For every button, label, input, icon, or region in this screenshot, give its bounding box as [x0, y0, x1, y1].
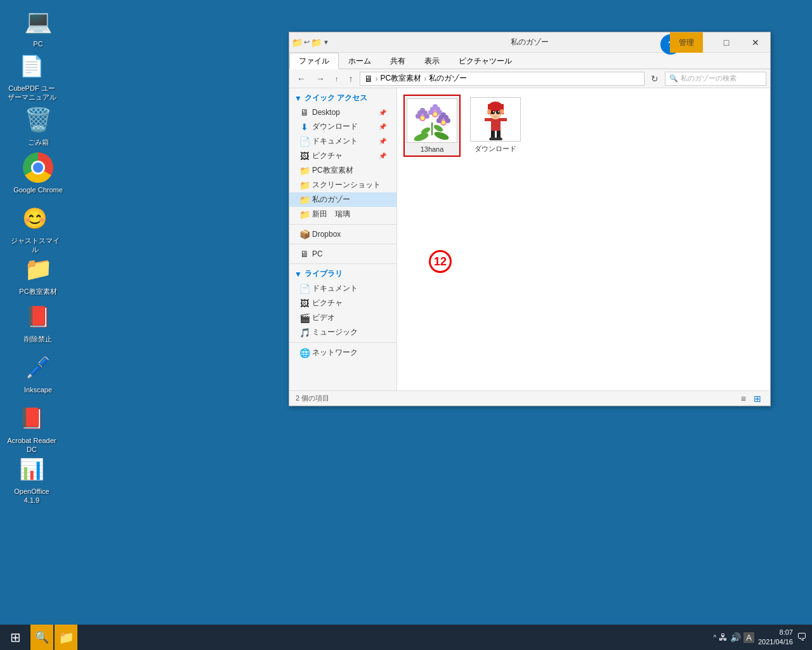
- address-part-1[interactable]: PC教室素材: [381, 73, 422, 84]
- address-separator-1: ›: [376, 74, 378, 83]
- desktop-icon-pc[interactable]: 💻 PC: [13, 6, 63, 48]
- forward-button[interactable]: →: [312, 72, 329, 85]
- maximize-button[interactable]: □: [712, 32, 741, 53]
- lib-music-icon: 🎵: [299, 328, 310, 338]
- desktop-icon-justsmile[interactable]: 😊 ジャストスマイル: [10, 203, 60, 255]
- anime-image: [481, 99, 510, 140]
- undo-icon[interactable]: ↩: [304, 38, 310, 46]
- list-view-button[interactable]: ≡: [738, 392, 749, 405]
- quick-access-header[interactable]: ▼ クイック アクセス: [289, 91, 396, 105]
- search-icon: 🔍: [669, 74, 678, 83]
- taskbar-search-button[interactable]: 🔍: [30, 625, 53, 650]
- desktop-icon-chrome[interactable]: Google Chrome: [13, 152, 63, 194]
- sidebar-item-nitta[interactable]: 📁 新田 瑞璃: [289, 207, 396, 222]
- tab-home[interactable]: ホーム: [339, 53, 381, 69]
- svg-point-34: [496, 110, 500, 114]
- refresh-button[interactable]: ↻: [647, 72, 662, 85]
- item-count: 2 個の項目: [296, 394, 329, 403]
- caret-icon[interactable]: ^: [714, 634, 717, 641]
- back-button[interactable]: ←: [293, 72, 310, 85]
- file-item-13hana[interactable]: 13hana: [403, 95, 461, 157]
- svg-point-36: [498, 111, 499, 112]
- sidebar-item-pc[interactable]: 🖥 PC: [289, 247, 396, 261]
- svg-rect-38: [501, 118, 507, 121]
- clock[interactable]: 8:07 2021/04/16: [758, 628, 793, 647]
- sidebar-item-lib-video[interactable]: 🎬 ビデオ: [289, 310, 396, 325]
- close-button[interactable]: ✕: [741, 32, 770, 53]
- pin-icon-3: 📌: [379, 138, 386, 145]
- sidebar-item-mygazo[interactable]: 📁 私のガゾー: [289, 192, 396, 207]
- tab-picture-tools[interactable]: ピクチャツール: [449, 53, 521, 69]
- address-bar[interactable]: 🖥 › PC教室素材 › 私のガゾー: [360, 72, 645, 86]
- sidebar-item-pictures[interactable]: 🖼 ピクチャ 📌: [289, 149, 396, 163]
- desktop-icon-delete-ng[interactable]: 📕 削除禁止: [13, 302, 63, 343]
- up-button[interactable]: ↑: [331, 74, 343, 84]
- pin-icon-4: 📌: [379, 152, 386, 159]
- address-part-2[interactable]: 私のガゾー: [429, 73, 467, 84]
- desktop-icon-inkscape[interactable]: 🖊️ Inkscape: [13, 352, 63, 394]
- sidebar-item-documents[interactable]: 📄 ドキュメント 📌: [289, 134, 396, 149]
- toolbar-row: ← → ↑ ↑ 🖥 › PC教室素材 › 私のガゾー ↻ 🔍 私のガゾーの検索: [289, 69, 770, 88]
- tab-share[interactable]: 共有: [381, 53, 415, 69]
- folder-kyozai-icon: 📁: [299, 166, 310, 176]
- svg-point-31: [487, 109, 491, 114]
- tile-view-button[interactable]: ⊞: [751, 392, 764, 405]
- taskbar: ⊞ 🔍 📁 ^ 🖧 🔊 A 8:07 2021/04/16 🗨: [0, 625, 812, 650]
- folder-screenshot-icon: 📁: [299, 180, 310, 190]
- network-icon-taskbar[interactable]: 🖧: [719, 632, 728, 642]
- desktop-icon-openoffice[interactable]: 📊 OpenOffice 4.1.9: [6, 454, 57, 505]
- windows-logo-icon: ⊞: [10, 630, 21, 645]
- sidebar-item-lib-pictures[interactable]: 🖼 ピクチャ: [289, 296, 396, 310]
- folder-icon: 📁: [292, 37, 303, 48]
- status-bar: 2 個の項目 ≡ ⊞: [289, 390, 770, 406]
- taskbar-file-explorer-button[interactable]: 📁: [55, 625, 77, 650]
- library-header[interactable]: ▼ ライブラリ: [289, 267, 396, 281]
- sidebar-item-lib-docs[interactable]: 📄 ドキュメント: [289, 281, 396, 296]
- up-dir-button[interactable]: ↑: [345, 72, 357, 85]
- chevron-icon: ▼: [294, 94, 302, 103]
- manage-tab-button[interactable]: 管理: [670, 32, 703, 53]
- title-bar: 📁 ↩ 📁 ▼ 管理 私のガゾー ? — □ ✕: [289, 32, 770, 53]
- sidebar-item-desktop[interactable]: 🖥 Desktop 📌: [289, 105, 396, 119]
- desktop-icon-pc-kyozai[interactable]: 📁 PC教室素材: [13, 254, 63, 296]
- taskbar-system-icons: ^ 🖧 🔊 A: [714, 632, 754, 643]
- sidebar-item-network[interactable]: 🌐 ネットワーク: [289, 345, 396, 360]
- sidebar-divider-4: [289, 342, 396, 343]
- volume-icon[interactable]: 🔊: [730, 632, 741, 642]
- desktop: 💻 PC 📄 CubePDF ユーザーマニュアル 🗑️ ごみ箱 Google C…: [0, 0, 812, 650]
- sidebar-item-download[interactable]: ⬇ ダウンロード 📌: [289, 119, 396, 134]
- dropdown-icon[interactable]: ▼: [323, 39, 329, 46]
- svg-point-18: [442, 121, 445, 124]
- svg-point-4: [421, 116, 424, 120]
- address-separator-2: ›: [424, 74, 426, 83]
- sidebar-divider-1: [289, 224, 396, 225]
- sidebar-item-dropbox[interactable]: 📦 Dropbox: [289, 227, 396, 241]
- tab-view[interactable]: 表示: [415, 53, 449, 69]
- sidebar-divider-3: [289, 263, 396, 264]
- desktop-icon-acrobat[interactable]: 📕 Acrobat Reader DC: [6, 403, 57, 454]
- lib-pic-icon: 🖼: [299, 298, 310, 308]
- date-display: 2021/04/16: [758, 637, 793, 647]
- svg-point-9: [420, 108, 425, 113]
- folder-icon-taskbar: 📁: [58, 630, 74, 645]
- main-content: 13hana: [397, 88, 770, 390]
- dropbox-icon: 📦: [299, 229, 310, 239]
- ime-icon[interactable]: A: [743, 632, 754, 643]
- desktop-icon-cubepdf[interactable]: 📄 CubePDF ユーザーマニュアル: [6, 51, 57, 102]
- desktop-icon-trash[interactable]: 🗑️ ごみ箱: [13, 105, 63, 147]
- search-box[interactable]: 🔍 私のガゾーの検索: [665, 72, 766, 86]
- start-button[interactable]: ⊞: [0, 625, 30, 650]
- sidebar-item-screenshot[interactable]: 📁 スクリーンショット: [289, 178, 396, 192]
- sidebar-item-lib-music[interactable]: 🎵 ミュージック: [289, 325, 396, 340]
- svg-point-11: [433, 112, 437, 116]
- notification-icon[interactable]: 🗨: [797, 632, 807, 643]
- file-item-download[interactable]: ダウンロード: [467, 95, 524, 157]
- file-explorer-window: 📁 ↩ 📁 ▼ 管理 私のガゾー ? — □ ✕ ファイル ホーム 共有: [289, 32, 771, 406]
- tab-file[interactable]: ファイル: [289, 53, 339, 69]
- folder-nitta-icon: 📁: [299, 209, 310, 220]
- window-body: ▼ クイック アクセス 🖥 Desktop 📌 ⬇ ダウンロード 📌 📄 ドキュ…: [289, 88, 770, 390]
- pin-icon-2: 📌: [379, 123, 386, 130]
- svg-point-16: [433, 104, 438, 109]
- sidebar-item-pc-kyozai[interactable]: 📁 PC教室素材: [289, 163, 396, 178]
- time-display: 8:07: [758, 628, 793, 637]
